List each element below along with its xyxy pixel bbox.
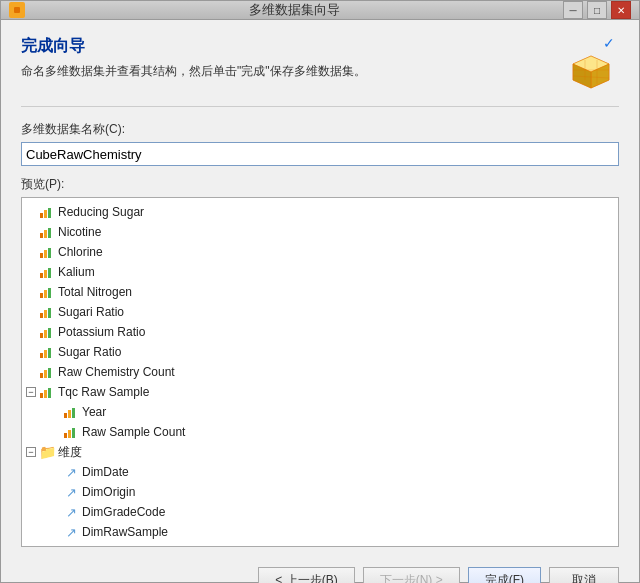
cube-icon: ✓ — [563, 36, 619, 92]
dimension-icon: ↗ — [63, 464, 79, 480]
tree-item-label: Total Nitrogen — [58, 285, 132, 299]
tree-item-label: Sugari Ratio — [58, 305, 124, 319]
tree-item[interactable]: Reducing Sugar — [22, 202, 618, 222]
window-controls: ─ □ ✕ — [563, 1, 631, 19]
tree-item[interactable]: Nicotine — [22, 222, 618, 242]
tree-item[interactable]: −Tqc Raw Sample — [22, 382, 618, 402]
tree-item[interactable]: −📁维度 — [22, 442, 618, 462]
app-icon — [9, 2, 25, 18]
cancel-button[interactable]: 取消 — [549, 567, 619, 583]
svg-text:✓: ✓ — [603, 36, 615, 51]
tree-item-label: DimOrigin — [82, 485, 135, 499]
bar-chart-icon — [40, 266, 54, 278]
bar-chart-icon — [40, 206, 54, 218]
bar-chart-icon — [64, 406, 78, 418]
expand-icon[interactable]: − — [26, 387, 36, 397]
back-button[interactable]: < 上一步(B) — [258, 567, 354, 583]
tree-item-label: DimDate — [82, 465, 129, 479]
window-title: 多维数据集向导 — [25, 1, 563, 19]
tree-item-label: Year — [82, 405, 106, 419]
bar-chart-icon — [40, 306, 54, 318]
tree-item-label: Sugar Ratio — [58, 345, 121, 359]
tree-item[interactable]: Chlorine — [22, 242, 618, 262]
measure-icon — [63, 404, 79, 420]
finish-button[interactable]: 完成(F) — [468, 567, 541, 583]
dialog-content: 完成向导 命名多维数据集并查看其结构，然后单击"完成"保存多维数据集。 ✓ — [1, 20, 639, 583]
bar-chart-icon — [64, 426, 78, 438]
bar-chart-icon — [40, 246, 54, 258]
measure-icon — [39, 344, 55, 360]
tree-item-label: Raw Sample Count — [82, 425, 185, 439]
restore-button[interactable]: □ — [587, 1, 607, 19]
cube-name-field-group: 多维数据集名称(C): — [21, 121, 619, 166]
cube-name-label: 多维数据集名称(C): — [21, 121, 619, 138]
tree-item-label: Kalium — [58, 265, 95, 279]
bar-chart-icon — [40, 286, 54, 298]
header-divider — [21, 106, 619, 107]
header-text: 完成向导 命名多维数据集并查看其结构，然后单击"完成"保存多维数据集。 — [21, 36, 553, 80]
tree-item[interactable]: Total Nitrogen — [22, 282, 618, 302]
header-section: 完成向导 命名多维数据集并查看其结构，然后单击"完成"保存多维数据集。 ✓ — [21, 36, 619, 92]
tree-item-label: DimRawSample — [82, 525, 168, 539]
cube-name-input[interactable] — [21, 142, 619, 166]
measure-icon — [39, 224, 55, 240]
measure-icon — [39, 264, 55, 280]
bar-chart-icon — [40, 226, 54, 238]
measure-icon — [39, 324, 55, 340]
folder-icon: 📁 — [39, 444, 55, 460]
titlebar: 多维数据集向导 ─ □ ✕ — [1, 1, 639, 20]
preview-section: 预览(P): Reducing SugarNicotineChlorineKal… — [21, 176, 619, 547]
measure-icon — [39, 204, 55, 220]
tree-item[interactable]: ↗DimOrigin — [22, 482, 618, 502]
wizard-title: 完成向导 — [21, 36, 553, 57]
measure-icon — [63, 424, 79, 440]
bar-chart-icon — [40, 386, 54, 398]
tree-item-label: Nicotine — [58, 225, 101, 239]
close-button[interactable]: ✕ — [611, 1, 631, 19]
tree-item[interactable]: Sugari Ratio — [22, 302, 618, 322]
bar-chart-icon — [40, 346, 54, 358]
tree-item[interactable]: ↗DimRawSample — [22, 522, 618, 542]
measure-icon — [39, 304, 55, 320]
wizard-description: 命名多维数据集并查看其结构，然后单击"完成"保存多维数据集。 — [21, 63, 553, 80]
expand-icon[interactable]: − — [26, 447, 36, 457]
svg-rect-1 — [14, 7, 20, 13]
bar-chart-icon — [40, 366, 54, 378]
measure-icon — [39, 284, 55, 300]
tree-item[interactable]: Raw Chemistry Count — [22, 362, 618, 382]
dialog-footer: < 上一步(B) 下一步(N) > 完成(F) 取消 — [21, 557, 619, 583]
measure-group-icon — [39, 384, 55, 400]
tree-item-label: Raw Chemistry Count — [58, 365, 175, 379]
tree-item[interactable]: Year — [22, 402, 618, 422]
tree-item-label: Chlorine — [58, 245, 103, 259]
tree-item[interactable]: Potassium Ratio — [22, 322, 618, 342]
tree-item-label: 维度 — [58, 444, 82, 461]
minimize-button[interactable]: ─ — [563, 1, 583, 19]
tree-item[interactable]: ↗DimDate — [22, 462, 618, 482]
tree-item-label: Potassium Ratio — [58, 325, 145, 339]
tree-item[interactable]: ↗DimGradeCode — [22, 502, 618, 522]
tree-item-label: DimGradeCode — [82, 505, 165, 519]
tree-item[interactable]: Kalium — [22, 262, 618, 282]
tree-container[interactable]: Reducing SugarNicotineChlorineKaliumTota… — [21, 197, 619, 547]
bar-chart-icon — [40, 326, 54, 338]
tree-item-label: Reducing Sugar — [58, 205, 144, 219]
measure-icon — [39, 244, 55, 260]
measure-icon — [39, 364, 55, 380]
tree-item[interactable]: Raw Sample Count — [22, 422, 618, 442]
dimension-icon: ↗ — [63, 524, 79, 540]
next-button[interactable]: 下一步(N) > — [363, 567, 460, 583]
dimension-icon: ↗ — [63, 484, 79, 500]
preview-label: 预览(P): — [21, 176, 619, 193]
tree-item[interactable]: Sugar Ratio — [22, 342, 618, 362]
tree-item-label: Tqc Raw Sample — [58, 385, 149, 399]
main-window: 多维数据集向导 ─ □ ✕ 完成向导 命名多维数据集并查看其结构，然后单击"完成… — [0, 0, 640, 583]
dimension-icon: ↗ — [63, 504, 79, 520]
